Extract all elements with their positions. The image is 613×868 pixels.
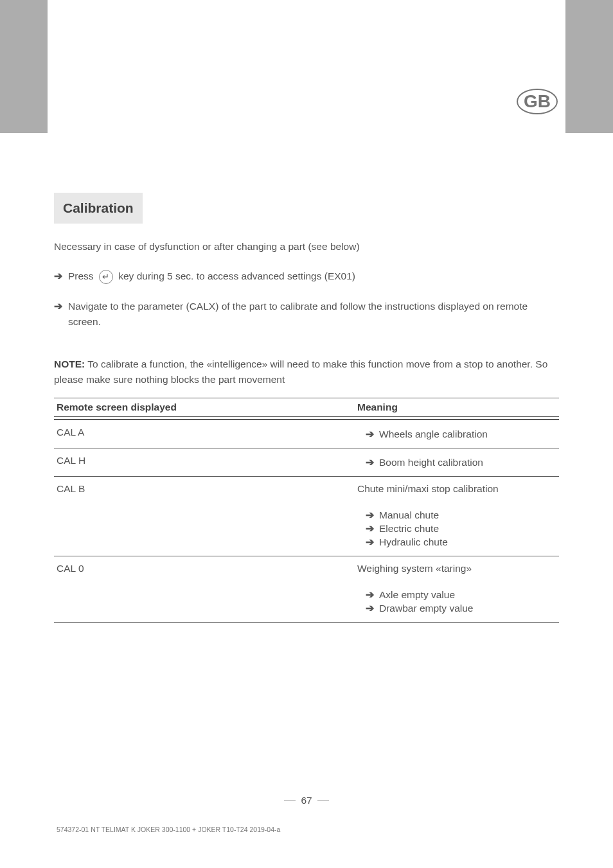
calibration-table: Remote screen displayed Meaning CAL A ➔ …: [54, 398, 559, 623]
table-header-row: Remote screen displayed Meaning: [54, 398, 559, 417]
page-dash-icon: [284, 801, 296, 801]
meaning-text: Axle empty value: [379, 589, 455, 601]
note-label: NOTE:: [54, 359, 85, 369]
note-block: NOTE: To calibrate a function, the «inte…: [54, 357, 559, 387]
country-badge-label: GB: [524, 91, 551, 112]
note-body: To calibrate a function, the «intelligen…: [54, 359, 547, 385]
header-col-1: Remote screen displayed: [54, 398, 355, 416]
document-code: 574372-01 NT TELIMAT K JOKER 300-1100 + …: [57, 826, 280, 833]
page-content: Calibration Necessary in case of dysfunc…: [54, 193, 559, 623]
page-dash-icon: [317, 801, 329, 801]
arrow-icon: ➔: [357, 509, 379, 521]
cell-code: CAL 0: [54, 562, 355, 617]
left-margin-band: [0, 0, 48, 133]
meaning-text: Manual chute: [379, 509, 439, 521]
step-2-body: Navigate to the parameter (CALX) of the …: [68, 299, 559, 330]
meaning-text: Electric chute: [379, 523, 439, 535]
cell-meaning: ➔ Boom height calibration: [355, 454, 559, 471]
meaning-text: Hydraulic chute: [379, 536, 448, 548]
table-row: CAL 0 Weighing system «taring» ➔ Axle em…: [54, 556, 559, 623]
page-number-value: 67: [301, 795, 312, 806]
arrow-icon: ➔: [357, 536, 379, 548]
meaning-text: Wheels angle calibration: [379, 429, 488, 440]
arrow-icon: ➔: [54, 299, 68, 315]
arrow-icon: ➔: [357, 602, 379, 614]
arrow-icon: ➔: [357, 456, 379, 468]
table-row: CAL H ➔ Boom height calibration: [54, 448, 559, 477]
cell-code: CAL B: [54, 482, 355, 551]
step-1: ➔ Press ↵ key during 5 sec. to access ad…: [54, 269, 559, 285]
arrow-icon: ➔: [357, 589, 379, 601]
table-row: CAL A ➔ Wheels angle calibration: [54, 420, 559, 448]
cell-meaning: Weighing system «taring» ➔ Axle empty va…: [355, 562, 559, 617]
page-number: 67: [0, 795, 613, 806]
arrow-icon: ➔: [54, 269, 68, 285]
meaning-text: Boom height calibration: [379, 457, 483, 468]
meaning-pre: Weighing system «taring»: [357, 563, 556, 574]
meaning-text: Drawbar empty value: [379, 603, 473, 614]
header-col-2: Meaning: [355, 398, 559, 416]
cell-code: CAL H: [54, 454, 355, 471]
intro-text: Necessary in case of dysfunction or afte…: [54, 239, 559, 254]
enter-key-icon: ↵: [99, 270, 113, 284]
right-margin-band: [565, 0, 613, 133]
section-title: Calibration: [54, 193, 143, 224]
step-1-post: key during 5 sec. to access advanced set…: [118, 270, 355, 281]
cell-code: CAL A: [54, 425, 355, 443]
step-1-pre: Press: [68, 270, 96, 281]
arrow-icon: ➔: [357, 428, 379, 440]
country-badge: GB: [517, 89, 558, 114]
cell-meaning: ➔ Wheels angle calibration: [355, 425, 559, 443]
step-2: ➔ Navigate to the parameter (CALX) of th…: [54, 299, 559, 330]
cell-meaning: Chute mini/maxi stop calibration ➔ Manua…: [355, 482, 559, 551]
meaning-pre: Chute mini/maxi stop calibration: [357, 483, 556, 495]
step-1-body: Press ↵ key during 5 sec. to access adva…: [68, 269, 559, 284]
arrow-icon: ➔: [357, 522, 379, 535]
table-row: CAL B Chute mini/maxi stop calibration ➔…: [54, 477, 559, 556]
